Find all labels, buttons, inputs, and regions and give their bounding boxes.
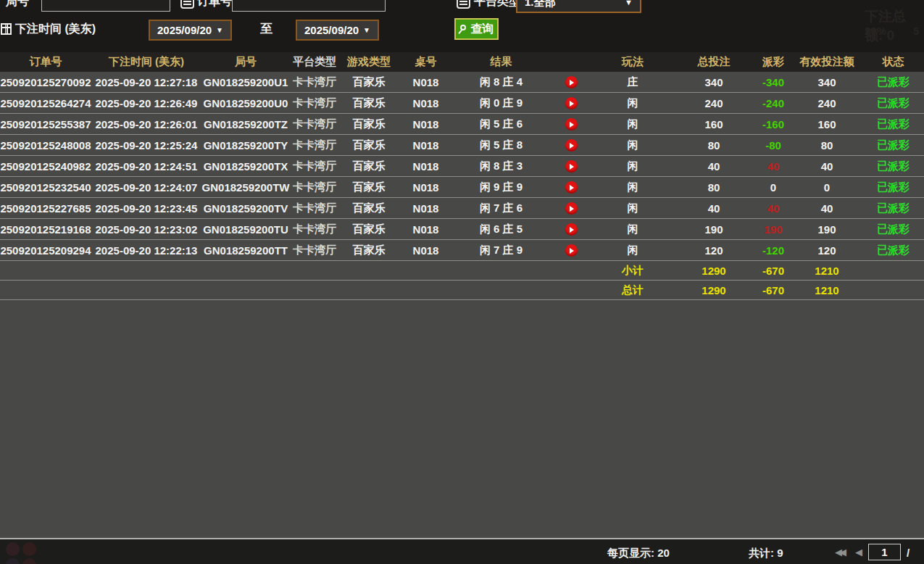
- table-no-cell: N018: [399, 97, 453, 109]
- replay-play-icon[interactable]: [565, 244, 578, 257]
- platform-type-icon: [457, 0, 470, 9]
- platform-type-value: 1.全部: [525, 0, 556, 9]
- valid-bet-cell: 0: [791, 181, 862, 194]
- round-number-label: 局号: [6, 0, 29, 9]
- total-bet-cell: 160: [673, 118, 755, 130]
- total-bet-cell: 80: [673, 181, 755, 194]
- platform-cell: 卡卡湾厅: [290, 202, 339, 215]
- grand-total-row: 总计1290-6701210: [0, 281, 924, 300]
- game-type-cell: 百家乐: [339, 138, 399, 152]
- game-type-cell: 百家乐: [339, 181, 399, 194]
- replay-play-icon[interactable]: [565, 223, 578, 236]
- ghost-icon: [22, 542, 36, 556]
- replay-play-icon[interactable]: [565, 139, 578, 152]
- table-row: 2509201252276852025-09-20 12:23:45GN0182…: [0, 198, 924, 219]
- replay-play-icon[interactable]: [565, 118, 578, 130]
- platform-cell: 卡卡湾厅: [290, 138, 339, 152]
- order-id-cell: 250920125219168: [0, 223, 91, 236]
- play-type-cell: 闲: [593, 159, 673, 173]
- prev-page-button[interactable]: ◀: [855, 547, 860, 557]
- order-id-cell: 250920125255387: [0, 118, 91, 130]
- column-header: 订单号: [0, 55, 91, 69]
- status-cell: 已派彩: [862, 96, 924, 110]
- order-id-cell: 250920125264274: [0, 97, 91, 109]
- order-number-input[interactable]: [232, 0, 386, 12]
- valid-bet-cell: 240: [791, 97, 862, 109]
- play-type-cell: 闲: [593, 117, 673, 131]
- per-page-label: 每页显示: 20: [607, 547, 670, 560]
- total-bet-cell: 190: [673, 223, 755, 236]
- bet-time-label: 下注时间 (美东): [15, 22, 96, 37]
- replay-play-icon[interactable]: [565, 76, 578, 88]
- round-id-cell: GN018259200U1: [201, 76, 290, 88]
- first-page-button[interactable]: ◀◀: [835, 547, 844, 557]
- status-cell: 已派彩: [862, 202, 924, 215]
- game-type-cell: 百家乐: [339, 75, 399, 89]
- order-id-cell: 250920125270092: [0, 76, 91, 88]
- replay-play-icon[interactable]: [565, 160, 578, 173]
- payout-cell: -120: [755, 244, 791, 257]
- platform-type-select[interactable]: 1.全部 ▼: [516, 0, 641, 13]
- table-no-cell: N018: [399, 160, 453, 173]
- payout-cell: 40: [755, 160, 791, 173]
- replay-play-icon[interactable]: [565, 181, 578, 194]
- column-header: 状态: [862, 55, 924, 69]
- date-from-value: 2025/09/20: [157, 24, 212, 36]
- date-from-picker[interactable]: 2025/09/20 ▼: [149, 20, 232, 41]
- round-id-cell: GN018259200TV: [201, 202, 290, 215]
- round-id-cell: GN018259200TY: [201, 139, 290, 152]
- valid-bet-cell: 340: [791, 76, 862, 88]
- platform-cell: 卡卡湾厅: [290, 159, 339, 173]
- bet-time-cell: 2025-09-20 12:27:18: [91, 76, 201, 88]
- status-cell: 已派彩: [862, 223, 924, 236]
- page-number-input[interactable]: [868, 544, 901, 560]
- play-type-cell: 闲: [593, 96, 673, 110]
- play-type-cell: 闲: [593, 223, 673, 236]
- ghost-icon: [6, 558, 20, 564]
- replay-play-icon[interactable]: [565, 97, 578, 109]
- order-number-label: 订单号: [197, 0, 232, 9]
- game-type-cell: 百家乐: [339, 117, 399, 131]
- round-number-input[interactable]: [41, 0, 170, 12]
- ghost-percent-text: 29%: [865, 25, 886, 37]
- query-button[interactable]: 查询: [454, 18, 499, 40]
- result-cell: 闲 9 庄 9: [453, 181, 549, 194]
- order-id-cell: 250920125227685: [0, 202, 91, 215]
- status-cell: 已派彩: [862, 138, 924, 152]
- result-cell: 闲 8 庄 4: [453, 75, 549, 89]
- ghost-total-bet-text: 下注总额: 0: [865, 7, 924, 45]
- column-header: 总投注: [673, 55, 755, 69]
- round-id-cell: GN018259200TZ: [201, 118, 290, 130]
- grand-total-label: 总计: [593, 283, 673, 297]
- table-no-cell: N018: [399, 244, 453, 257]
- status-cell: 已派彩: [862, 159, 924, 173]
- pencil-icon: [0, 0, 4, 7]
- subtotal-row: 小计1290-6701210: [0, 261, 924, 281]
- result-cell: 闲 0 庄 9: [453, 96, 549, 110]
- payout-cell: -340: [755, 76, 791, 88]
- table-no-cell: N018: [399, 202, 453, 215]
- bet-time-cell: 2025-09-20 12:23:02: [91, 223, 201, 236]
- table-no-cell: N018: [399, 118, 453, 130]
- payout-cell: -160: [755, 118, 791, 130]
- table-row: 2509201252480082025-09-20 12:25:24GN0182…: [0, 135, 924, 156]
- column-header: 派彩: [755, 55, 791, 69]
- subtotal-total-bet: 1290: [673, 265, 755, 277]
- table-row: 2509201252325402025-09-20 12:24:07GN0182…: [0, 177, 924, 198]
- platform-cell: 卡卡湾厅: [290, 223, 339, 236]
- ghost-icon: [22, 558, 36, 564]
- status-cell: 已派彩: [862, 181, 924, 194]
- replay-cell: [549, 202, 593, 215]
- round-id-cell: GN018259200TU: [201, 223, 290, 236]
- status-cell: 已派彩: [862, 117, 924, 131]
- valid-bet-cell: 120: [791, 244, 862, 257]
- table-row: 2509201252553872025-09-20 12:26:01GN0182…: [0, 114, 924, 135]
- replay-play-icon[interactable]: [565, 202, 578, 215]
- order-id-cell: 250920125248008: [0, 139, 91, 152]
- replay-cell: [549, 223, 593, 236]
- date-to-picker[interactable]: 2025/09/20 ▼: [296, 20, 379, 41]
- table-no-cell: N018: [399, 223, 453, 236]
- bet-time-cell: 2025-09-20 12:24:51: [91, 160, 201, 173]
- chevron-down-icon: ▼: [363, 26, 370, 34]
- result-cell: 闲 7 庄 9: [453, 244, 549, 257]
